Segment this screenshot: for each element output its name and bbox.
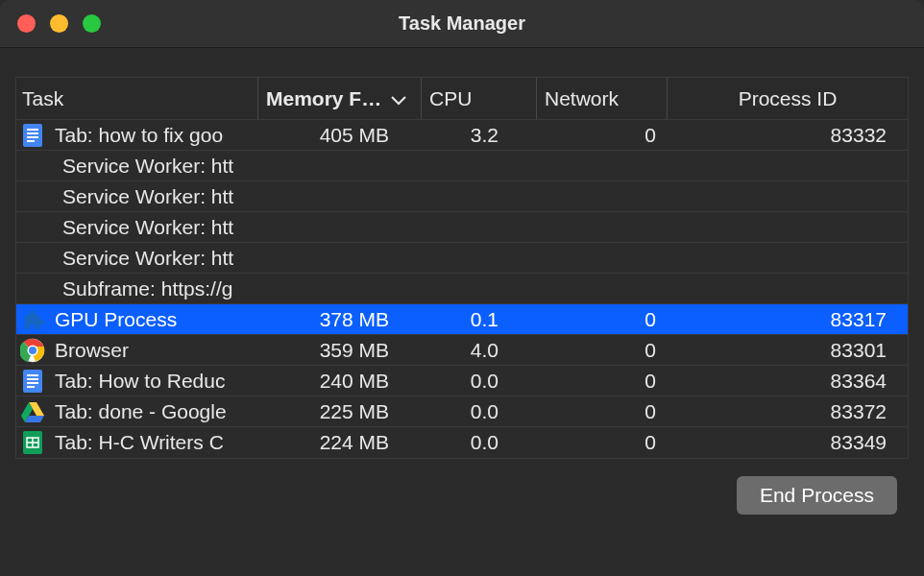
table-row[interactable]: GPU Process378 MB0.1083317 [16,304,908,335]
table-body: Tab: how to fix goo405 MB3.2083332Servic… [16,120,908,458]
docs-icon [20,369,45,394]
task-label: Browser [55,339,129,362]
cell-cpu: 0.0 [422,370,537,393]
cell-task: Service Worker: htt [16,185,258,208]
table-row[interactable]: Tab: H-C Writers C224 MB0.0083349 [16,427,908,458]
cell-pid: 83317 [668,308,908,331]
sheets-icon [20,430,45,455]
column-header-pid[interactable]: Process ID [668,78,908,119]
chevron-down-icon [391,87,406,110]
cell-memory: 378 MB [258,308,422,331]
table-row[interactable]: Service Worker: htt [16,212,908,243]
task-label: Tab: how to fix goo [55,124,223,147]
svg-rect-3 [27,136,38,138]
button-bar: End Process [15,459,909,515]
svg-point-8 [29,347,36,354]
svg-rect-12 [27,382,38,384]
content: Task Memory F… CPU Network Process ID Ta… [0,48,924,530]
table-header: Task Memory F… CPU Network Process ID [16,78,908,120]
docs-icon [20,123,45,148]
cell-network: 0 [537,370,668,393]
cell-network: 0 [537,400,668,423]
puzzle-icon [20,307,45,332]
task-label: Tab: done - Google [55,400,227,423]
column-header-cpu[interactable]: CPU [422,78,537,119]
table-row[interactable]: Service Worker: htt [16,243,908,274]
task-label: Service Worker: htt [62,247,233,270]
cell-cpu: 0.1 [422,308,537,331]
task-label: Tab: H-C Writers C [55,431,224,454]
end-process-button[interactable]: End Process [737,476,897,515]
titlebar: Task Manager [0,0,924,48]
close-icon[interactable] [17,14,36,33]
window-controls [17,14,101,33]
cell-pid: 83349 [668,431,908,454]
cell-task: Service Worker: htt [16,155,258,178]
task-table: Task Memory F… CPU Network Process ID Ta… [15,77,909,459]
svg-rect-13 [27,386,35,388]
table-row[interactable]: Browser359 MB4.0083301 [16,335,908,366]
cell-task: Service Worker: htt [16,247,258,270]
chrome-icon [20,338,45,363]
cell-network: 0 [537,431,668,454]
cell-task: Browser [16,338,258,363]
svg-rect-9 [23,370,42,393]
cell-memory: 405 MB [258,124,422,147]
cell-cpu: 4.0 [422,339,537,362]
cell-cpu: 0.0 [422,431,537,454]
cell-task: Tab: how to fix goo [16,123,258,148]
cell-network: 0 [537,308,668,331]
cell-cpu: 0.0 [422,400,537,423]
column-header-memory[interactable]: Memory F… [258,78,422,119]
column-label: Network [545,87,619,110]
cell-pid: 83332 [668,124,908,147]
cell-pid: 83301 [668,339,908,362]
cell-memory: 240 MB [258,370,422,393]
minimize-icon[interactable] [50,14,68,33]
cell-network: 0 [537,124,668,147]
cell-task: GPU Process [16,307,258,332]
svg-rect-2 [27,132,38,134]
table-row[interactable]: Tab: done - Google225 MB0.0083372 [16,396,908,427]
column-header-task[interactable]: Task [16,78,258,119]
cell-pid: 83372 [668,400,908,423]
svg-rect-4 [27,140,35,142]
cell-task: Tab: H-C Writers C [16,430,258,455]
cell-task: Tab: done - Google [16,399,258,424]
svg-rect-11 [27,378,38,380]
maximize-icon[interactable] [83,14,101,33]
task-label: Service Worker: htt [62,216,233,239]
column-label: Task [22,87,63,110]
cell-task: Tab: How to Reduc [16,369,258,394]
task-label: Service Worker: htt [62,185,233,208]
cell-memory: 224 MB [258,431,422,454]
table-row[interactable]: Subframe: https://g [16,274,908,304]
task-label: Service Worker: htt [62,155,233,178]
cell-cpu: 3.2 [422,124,537,147]
column-label: Memory F… [266,87,381,110]
column-label: CPU [429,87,472,110]
column-label: Process ID [739,87,838,110]
cell-memory: 359 MB [258,339,422,362]
svg-rect-0 [23,124,42,147]
cell-memory: 225 MB [258,400,422,423]
table-row[interactable]: Tab: How to Reduc240 MB0.0083364 [16,366,908,396]
cell-pid: 83364 [668,370,908,393]
drive-icon [20,399,45,424]
table-row[interactable]: Service Worker: htt [16,151,908,181]
svg-rect-10 [27,374,38,376]
cell-task: Subframe: https://g [16,277,258,300]
cell-task: Service Worker: htt [16,216,258,239]
task-label: Subframe: https://g [62,277,232,300]
window-title: Task Manager [399,12,525,35]
table-row[interactable]: Service Worker: htt [16,181,908,212]
table-row[interactable]: Tab: how to fix goo405 MB3.2083332 [16,120,908,151]
cell-network: 0 [537,339,668,362]
svg-rect-1 [27,129,38,131]
task-label: GPU Process [55,308,177,331]
task-label: Tab: How to Reduc [55,370,225,393]
column-header-network[interactable]: Network [537,78,668,119]
